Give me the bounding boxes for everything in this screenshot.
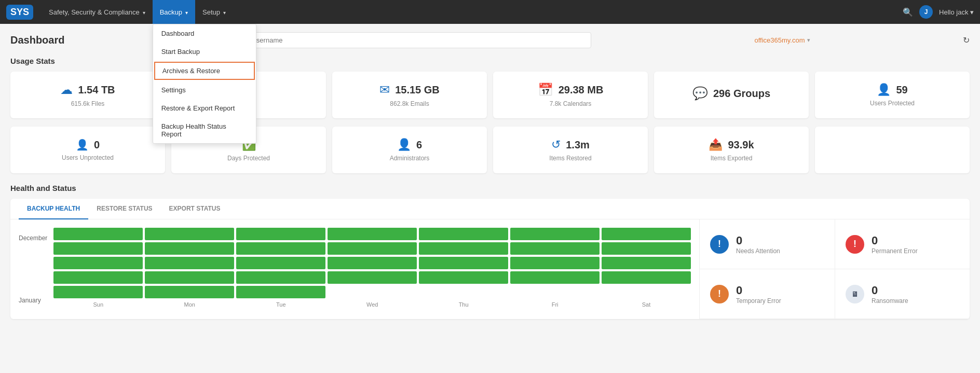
- nav-backup-wrapper: Backup Dashboard Start Backup Archives &…: [153, 0, 195, 24]
- bar-r2c7: [602, 242, 691, 255]
- stat-card-admins: 👤 6 Administrators: [332, 127, 487, 173]
- bar-r1c2: [145, 228, 234, 240]
- search-icon[interactable]: 🔍: [903, 7, 913, 17]
- admins-label: Administrators: [390, 155, 430, 162]
- bar-r5c7: [602, 286, 691, 298]
- calendar-icon: 📅: [538, 82, 553, 97]
- nav-setup[interactable]: Setup: [195, 0, 233, 24]
- x-label-tue: Tue: [236, 301, 325, 308]
- groups-value: 296 Groups: [713, 88, 770, 100]
- items-restored-value: 1.3m: [566, 139, 590, 151]
- status-needs-attention: ! 0 Needs Attention: [700, 219, 835, 269]
- ransomware-info: 0 Ransomware: [872, 284, 908, 305]
- bar-r3c3: [236, 257, 325, 269]
- restore-icon: ↺: [551, 138, 561, 151]
- tab-restore-status[interactable]: RESTORE STATUS: [88, 199, 160, 219]
- nav-setup-chevron: [222, 8, 226, 16]
- refresh-icon[interactable]: ↻: [963, 35, 970, 45]
- dropdown-start-backup[interactable]: Start Backup: [153, 43, 256, 61]
- logo-text: SYS: [10, 7, 29, 18]
- tab-export-status[interactable]: EXPORT STATUS: [161, 199, 229, 219]
- users-unprotected-label: Users Unprotected: [62, 154, 114, 161]
- health-body: December January: [10, 219, 970, 319]
- nav-backup[interactable]: Backup: [153, 0, 195, 24]
- bar-r2c5: [419, 242, 508, 255]
- users-unprotected-value: 0: [94, 139, 100, 151]
- status-panels: ! 0 Needs Attention ! 0 Permanent Error: [700, 219, 970, 319]
- bar-r4c7: [602, 271, 691, 284]
- user-protected-icon: 👤: [877, 83, 891, 96]
- calendar-value: 29.38 MB: [559, 84, 604, 96]
- users-protected-label: Users Protected: [870, 100, 915, 107]
- bar-r1c1: [53, 228, 143, 240]
- chart-row-4: [53, 271, 691, 284]
- bar-r2c6: [510, 242, 600, 255]
- needs-attention-info: 0 Needs Attention: [736, 234, 780, 255]
- email-icon: ✉: [379, 82, 390, 97]
- bar-r4c4: [328, 271, 417, 284]
- bar-r3c2: [145, 257, 234, 269]
- storage-value: 1.54 TB: [78, 84, 115, 96]
- bar-r5c2: [145, 286, 234, 298]
- tab-backup-health[interactable]: BACKUP HEALTH: [19, 199, 88, 219]
- stat-card-items-restored: ↺ 1.3m Items Restored: [493, 127, 648, 173]
- bar-r4c3: [236, 271, 325, 284]
- bar-r1c7: [602, 228, 691, 240]
- bar-r5c1: [53, 286, 143, 298]
- export-icon: 📤: [709, 138, 723, 151]
- bar-r3c5: [419, 257, 508, 269]
- backup-health-chart: December January: [10, 219, 700, 319]
- bar-r2c1: [53, 242, 143, 255]
- chart-row-3: [53, 257, 691, 269]
- cloud-icon: ☁: [60, 82, 73, 97]
- stat-card-calendars: 📅 29.38 MB 7.8k Calendars: [493, 72, 648, 118]
- calendar-label: 7.8k Calendars: [550, 100, 592, 107]
- ransomware-count: 0: [872, 284, 908, 297]
- avatar: J: [919, 5, 933, 19]
- stat-card-groups: 💬 296 Groups: [654, 72, 809, 118]
- items-exported-value: 93.9k: [728, 139, 754, 151]
- health-status-section: Health and Status BACKUP HEALTH RESTORE …: [10, 184, 970, 319]
- permanent-error-label: Permanent Error: [872, 247, 918, 255]
- top-navigation: SYS Safety, Security & Compliance Backup…: [0, 0, 980, 24]
- stat-card-unprotected: 👤 0 Users Unprotected: [10, 127, 165, 173]
- email-label: 862.8k Emails: [390, 100, 429, 107]
- needs-attention-label: Needs Attention: [736, 247, 780, 255]
- domain-selector: office365my.com ▾: [754, 36, 810, 44]
- health-tabs: BACKUP HEALTH RESTORE STATUS EXPORT STAT…: [10, 199, 970, 219]
- search-input[interactable]: [228, 32, 591, 48]
- bar-r4c5: [419, 271, 508, 284]
- bar-r5c3: [236, 286, 325, 298]
- bar-r4c2: [145, 271, 234, 284]
- bar-r1c4: [328, 228, 417, 240]
- stat-card-users-protected: 👤 59 Users Protected: [815, 72, 970, 118]
- domain-link[interactable]: office365my.com: [754, 36, 805, 44]
- stat-card-items-exported: 📤 93.9k Items Exported: [654, 127, 809, 173]
- bar-r4c6: [510, 271, 600, 284]
- nav-safety[interactable]: Safety, Security & Compliance: [42, 0, 153, 24]
- admins-value: 6: [416, 139, 422, 151]
- users-protected-value: 59: [896, 84, 907, 96]
- chart-x-labels: Sun Mon Tue Wed Thu Fri Sat: [53, 301, 691, 308]
- dropdown-dashboard[interactable]: Dashboard: [153, 24, 256, 43]
- health-title: Health and Status: [10, 184, 970, 192]
- logo[interactable]: SYS: [6, 5, 33, 20]
- temporary-error-label: Temporary Error: [736, 297, 781, 305]
- x-label-thu: Thu: [419, 301, 508, 308]
- permanent-error-count: 0: [872, 234, 918, 247]
- health-card: BACKUP HEALTH RESTORE STATUS EXPORT STAT…: [10, 199, 970, 319]
- nav-safety-label: Safety, Security & Compliance: [49, 8, 140, 16]
- dropdown-restore-export[interactable]: Restore & Export Report: [153, 99, 256, 117]
- x-label-fri: Fri: [510, 301, 600, 308]
- days-label: Days Protected: [227, 155, 270, 162]
- temporary-error-icon: !: [710, 285, 729, 303]
- chart-row-5: [53, 286, 691, 298]
- nav-setup-label: Setup: [202, 8, 220, 16]
- dropdown-settings[interactable]: Settings: [153, 81, 256, 99]
- search-bar: [228, 32, 591, 48]
- hello-text[interactable]: Hello jack ▾: [939, 8, 974, 16]
- dropdown-archives-restore[interactable]: Archives & Restore: [154, 62, 255, 80]
- dropdown-backup-health[interactable]: Backup Health Status Report: [153, 117, 256, 143]
- nav-backup-label: Backup: [160, 8, 182, 16]
- bar-r5c4: [328, 286, 417, 298]
